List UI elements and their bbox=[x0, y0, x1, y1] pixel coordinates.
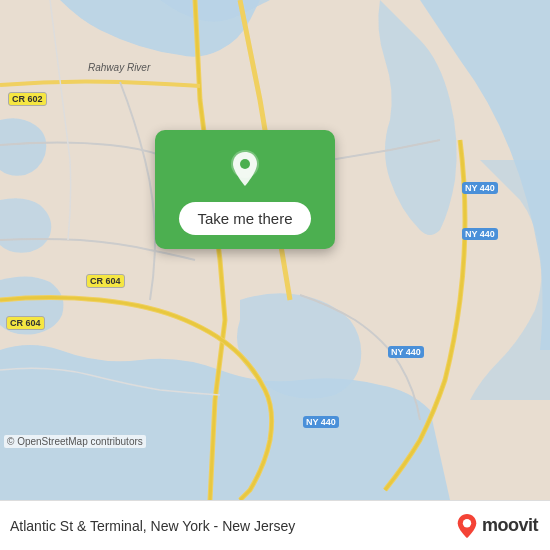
map-container: CR 602 CR 604 CR 604 NY 440 NY 440 NY 44… bbox=[0, 0, 550, 500]
location-pin-icon bbox=[223, 148, 267, 192]
route-badge-cr602: CR 602 bbox=[8, 92, 47, 106]
svg-point-2 bbox=[240, 159, 250, 169]
moovit-text: moovit bbox=[482, 515, 538, 536]
osm-credit: © OpenStreetMap contributors bbox=[4, 435, 146, 448]
moovit-pin-icon bbox=[456, 513, 478, 539]
moovit-logo: moovit bbox=[456, 513, 538, 539]
route-badge-ny440b: NY 440 bbox=[462, 228, 498, 240]
route-badge-ny440a: NY 440 bbox=[462, 182, 498, 194]
svg-point-3 bbox=[463, 519, 471, 527]
route-badge-ny440c: NY 440 bbox=[388, 346, 424, 358]
rahway-river-label: Rahway River bbox=[88, 62, 150, 73]
route-badge-cr604a: CR 604 bbox=[86, 274, 125, 288]
location-card: Take me there bbox=[155, 130, 335, 249]
route-badge-cr604b: CR 604 bbox=[6, 316, 45, 330]
route-badge-ny440d: NY 440 bbox=[303, 416, 339, 428]
location-title: Atlantic St & Terminal, New York - New J… bbox=[10, 518, 295, 534]
bottom-bar: Atlantic St & Terminal, New York - New J… bbox=[0, 500, 550, 550]
take-me-there-button[interactable]: Take me there bbox=[179, 202, 310, 235]
